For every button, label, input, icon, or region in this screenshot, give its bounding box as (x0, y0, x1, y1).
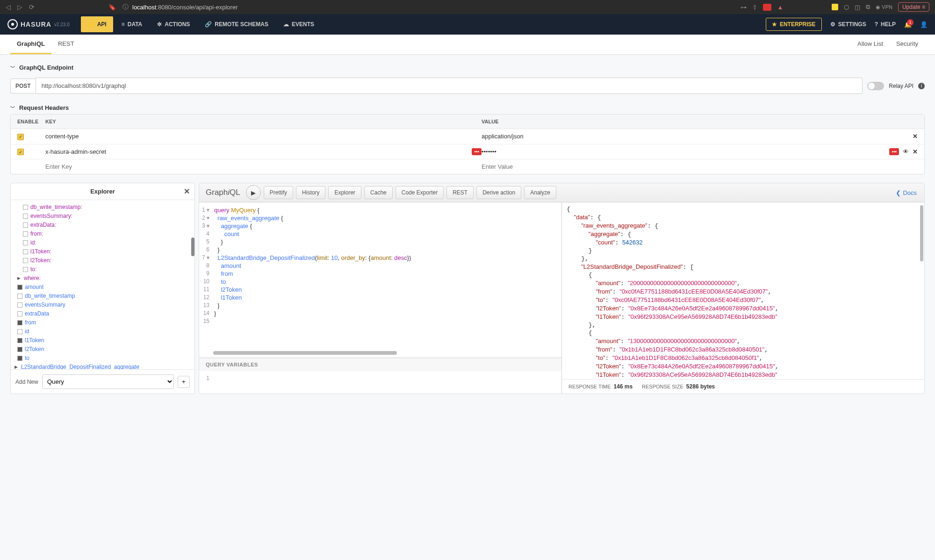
help-icon: ? (875, 21, 878, 28)
explorer-field[interactable]: id (17, 327, 190, 336)
delete-icon[interactable]: ✕ (913, 133, 918, 140)
explorer-field[interactable]: eventsSummary (17, 301, 190, 309)
new-value-input[interactable] (482, 163, 918, 170)
headers-table: ENABLE KEY VALUE ✓ content-type applicat… (10, 114, 925, 174)
close-icon[interactable]: ✕ (184, 187, 190, 196)
header-key[interactable]: content-type (45, 133, 482, 140)
secret-badge[interactable]: ••• (889, 148, 899, 155)
warning-icon[interactable]: ▲ (777, 4, 783, 11)
key-icon[interactable]: ⊶ (741, 4, 747, 11)
prettify-button[interactable]: Prettify (264, 186, 293, 199)
code-exporter-button[interactable]: Code Exporter (396, 186, 444, 199)
nav-events[interactable]: ☁EVENTS (277, 16, 321, 32)
tab-graphiql[interactable]: GraphiQL (10, 35, 51, 54)
tab-allow-list[interactable]: Allow List (851, 35, 890, 54)
derive-action-button[interactable]: Derive action (476, 186, 521, 199)
endpoint-section-header[interactable]: ﹀ GraphQL Endpoint (10, 61, 925, 74)
secret-badge[interactable]: ••• (472, 148, 482, 155)
nav-actions[interactable]: ✲ACTIONS (151, 16, 196, 32)
nav-data[interactable]: ≡DATA (115, 16, 149, 32)
vpn-label[interactable]: ◉ VPN (876, 4, 892, 10)
col-enable: ENABLE (17, 119, 45, 124)
explorer-tree[interactable]: db_write_timestamp:eventsSummary:extraDa… (11, 200, 194, 369)
nav-remote-schemas[interactable]: 🔗REMOTE SCHEMAS (198, 16, 275, 32)
site-info-icon[interactable]: ⓘ (122, 3, 129, 11)
panel-icon[interactable]: ◫ (855, 4, 860, 11)
query-editor[interactable]: 1 ▾2 ▾3 ▾4567 ▾89101112131415 query MyQu… (199, 202, 562, 394)
note-icon[interactable] (832, 4, 838, 10)
explorer-arg[interactable]: to: (23, 265, 190, 274)
version-label: v2.23.0 (54, 22, 70, 27)
shield-icon[interactable] (763, 4, 771, 11)
execute-button[interactable]: ▶ (246, 185, 261, 200)
header-row-new (11, 159, 924, 174)
history-button[interactable]: History (296, 186, 325, 199)
add-new-select[interactable]: Query (42, 374, 174, 389)
eye-icon[interactable]: 👁 (903, 148, 909, 155)
scrollbar-thumb[interactable] (191, 237, 194, 256)
tab-rest[interactable]: REST (51, 35, 81, 54)
update-button[interactable]: Update ≡ (898, 2, 929, 12)
bookmark-icon[interactable]: 🔖 (108, 4, 116, 11)
enterprise-button[interactable]: ★ENTERPRISE (766, 18, 822, 31)
explorer-field[interactable]: l1Token (17, 336, 190, 345)
explorer-field[interactable]: from (17, 318, 190, 327)
http-method: POST (10, 79, 36, 93)
endpoint-url-input[interactable] (36, 78, 863, 94)
new-key-input[interactable] (45, 163, 482, 170)
logo[interactable]: HASURA v2.23.0 (7, 19, 70, 29)
reload-icon[interactable]: ⟳ (29, 3, 35, 11)
explorer-arg[interactable]: l2Token: (23, 256, 190, 265)
result-pane: { "data": { "raw_events_aggregate": { "a… (562, 202, 924, 394)
explorer-button[interactable]: Explorer (328, 186, 361, 199)
notifications-button[interactable]: 🔔1 (904, 21, 912, 28)
explorer-field[interactable]: to (17, 354, 190, 363)
analyze-button[interactable]: Analyze (524, 186, 556, 199)
delete-icon[interactable]: ✕ (913, 148, 918, 155)
forward-icon[interactable]: ▷ (17, 3, 22, 11)
main-nav: ⚡API ≡DATA ✲ACTIONS 🔗REMOTE SCHEMAS ☁EVE… (81, 16, 321, 32)
address-bar[interactable]: ⓘ localhost:8080/console/api/api-explore… (122, 3, 734, 11)
enable-checkbox[interactable]: ✓ (17, 134, 24, 140)
header-value[interactable]: application/json (482, 133, 909, 140)
enable-checkbox[interactable]: ✓ (17, 149, 24, 155)
gear-icon: ⚙ (830, 21, 835, 28)
logo-text: HASURA (21, 21, 51, 28)
share-icon[interactable]: ⇪ (752, 4, 757, 11)
rest-button[interactable]: REST (446, 186, 474, 199)
docs-button[interactable]: ❮Docs (892, 187, 921, 198)
header-row: ✓ content-type application/json ✕ (11, 129, 924, 144)
explorer-arg[interactable]: from: (23, 230, 190, 238)
nav-api[interactable]: ⚡API (81, 16, 113, 32)
query-variables-header[interactable]: QUERY VARIABLES (199, 358, 561, 371)
star-icon: ★ (772, 21, 777, 28)
relay-toggle[interactable] (867, 82, 884, 90)
explorer-field[interactable]: extraData (17, 309, 190, 318)
explorer-arg[interactable]: l1Token: (23, 247, 190, 256)
result-viewer[interactable]: { "data": { "raw_events_aggregate": { "a… (562, 202, 924, 379)
headers-section-header[interactable]: ﹀ Request Headers (10, 101, 925, 114)
info-icon[interactable]: i (918, 83, 925, 89)
tab-security[interactable]: Security (890, 35, 925, 54)
help-link[interactable]: ?HELP (875, 21, 896, 28)
header-key[interactable]: x-hasura-admin-secret (45, 148, 468, 155)
horizontal-scrollbar[interactable] (213, 351, 547, 356)
add-button[interactable]: + (178, 376, 190, 388)
explorer-field[interactable]: l2Token (17, 345, 190, 354)
header-value[interactable]: ••••••• (482, 148, 885, 155)
explorer-field[interactable]: db_write_timestamp (17, 292, 190, 301)
browser-toolbar: ◁ ▷ ⟳ 🔖 ⓘ localhost:8080/console/api/api… (0, 0, 935, 14)
tab-icon[interactable]: ⧉ (866, 3, 870, 11)
explorer-arg[interactable]: eventsSummary: (23, 212, 190, 221)
explorer-arg[interactable]: id: (23, 238, 190, 247)
settings-link[interactable]: ⚙SETTINGS (830, 21, 866, 28)
explorer-arg[interactable]: db_write_timestamp: (23, 203, 190, 212)
ext-icon[interactable]: ⬡ (844, 4, 849, 11)
scrollbar-thumb[interactable] (920, 205, 923, 261)
col-value: VALUE (482, 119, 918, 124)
back-icon[interactable]: ◁ (6, 3, 11, 11)
user-icon[interactable]: 👤 (920, 21, 928, 28)
explorer-arg[interactable]: extraData: (23, 221, 190, 230)
cache-button[interactable]: Cache (364, 186, 393, 199)
explorer-field[interactable]: amount (17, 283, 190, 292)
